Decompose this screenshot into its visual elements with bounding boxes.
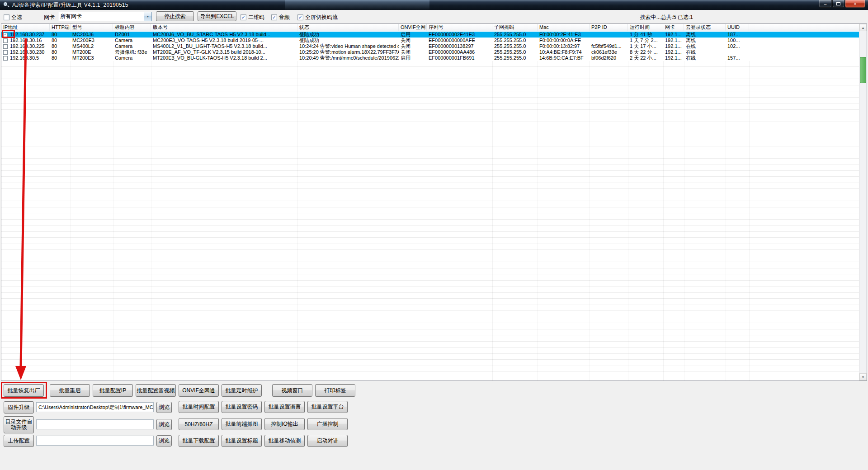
cell: 80 [50, 43, 71, 49]
column-gridline [684, 61, 684, 381]
column-gridline [297, 61, 298, 381]
column-gridline [726, 61, 726, 381]
row-checkbox[interactable] [3, 50, 8, 55]
column-header[interactable]: P2P ID [590, 24, 628, 31]
ip-address: 192.168.30.237 [10, 32, 44, 38]
scrollbar-thumb[interactable] [860, 57, 866, 83]
column-header[interactable]: IP地址 [1, 24, 50, 31]
cell: 10:A4:BE:F8:F9:74 [538, 49, 590, 55]
table-empty-area [1, 61, 859, 381]
firmware-path-input[interactable]: C:\Users\Administrator\Desktop\定制1\firmw… [36, 402, 154, 412]
checkbox-icon[interactable]: ✓ [241, 14, 246, 20]
table-header-row: IP地址HTTP端口型号标题内容版本号状态ONVIF全网通序列号子网掩码MacP… [1, 24, 859, 31]
cell: EF000000002E41E3 [427, 32, 492, 38]
column-header[interactable]: 序列号 [427, 24, 492, 31]
cell: F0:00:00:2E:41:E3 [538, 32, 590, 38]
panel-button[interactable]: 批量配置IP [93, 384, 133, 397]
panel-button[interactable]: ONVIF全网通 [179, 384, 219, 397]
firmware-upgrade-button[interactable]: 固件升级 [4, 401, 34, 414]
browse-button[interactable]: 浏览 [156, 419, 172, 430]
scroll-down-arrow-icon[interactable]: ▼ [859, 373, 867, 381]
column-header[interactable]: ONVIF全网通 [399, 24, 427, 31]
browse-button[interactable]: 浏览 [156, 435, 172, 446]
scroll-up-arrow-icon[interactable]: ▲ [859, 24, 867, 31]
row-checkbox[interactable] [3, 56, 8, 61]
panel-button[interactable]: 批量设置平台 [307, 401, 348, 413]
column-header[interactable] [749, 24, 860, 31]
panel-button[interactable]: 打印标签 [315, 384, 355, 397]
checkbox-icon[interactable]: ✓ [297, 14, 303, 20]
toolbar-checkbox[interactable]: ✓音频 [271, 14, 290, 21]
vertical-scrollbar[interactable]: ▲ ▼ [859, 24, 867, 381]
cell: ck061ef33e [590, 49, 628, 55]
table-row[interactable]: ✓192.168.30.23780MC200J6DZ001MC200J6_VO_… [1, 32, 859, 38]
panel-button[interactable]: 批量重启 [50, 384, 90, 397]
ip-cell: 192.168.30.16 [1, 38, 50, 43]
panel-button[interactable]: 批量配置音视频 [136, 384, 176, 397]
export-excel-button[interactable]: 导出到EXCEL [198, 11, 236, 21]
table-row[interactable]: 192.168.30.23080MT200E云摄像机: f33eMT200E_A… [1, 49, 859, 55]
select-all-checkbox[interactable]: 全选 [4, 14, 22, 21]
factory-reset-button[interactable]: 批量恢复出厂 [4, 384, 44, 397]
column-header[interactable]: 网卡 [663, 24, 684, 31]
maximize-button[interactable] [832, 0, 844, 8]
cell: 10:25:20 告警:motion alarm.18X22.79FF3F7AF… [297, 49, 399, 55]
cell: MC200J6 [71, 32, 113, 38]
cell: 10:24:24 告警:video Human shape detected d… [297, 43, 399, 49]
row-checkbox[interactable] [3, 38, 8, 43]
close-button[interactable]: × [845, 0, 865, 8]
nic-dropdown-value: 所有网卡 [58, 13, 144, 20]
panel-button[interactable]: 批量定时维护 [222, 384, 262, 397]
chevron-down-icon[interactable]: ▼ [144, 12, 151, 21]
panel-button[interactable]: 批量时间配置 [179, 401, 219, 413]
column-header[interactable]: UUID [726, 24, 749, 31]
checkbox-icon[interactable]: ✓ [271, 14, 277, 20]
minimize-button[interactable]: – [819, 0, 832, 8]
column-gridline [749, 61, 750, 381]
row-checkbox[interactable] [3, 44, 8, 49]
column-header[interactable]: 云登录状态 [684, 24, 726, 31]
column-header[interactable]: 标题内容 [113, 24, 151, 31]
title-bar: AJ设备搜索/IP配置/升级工具 V4.1.1_20190515 – × [0, 0, 868, 10]
panel-button[interactable]: 启动对讲 [307, 435, 348, 447]
panel-button[interactable]: 批量设置语言 [264, 401, 305, 413]
column-header[interactable]: Mac [538, 24, 590, 31]
column-header[interactable]: 版本号 [151, 24, 297, 31]
panel-button[interactable]: 50HZ/60HZ [179, 418, 219, 430]
select-all-label: 全选 [11, 14, 22, 21]
panel-button[interactable]: 广播控制 [307, 418, 348, 430]
table-row[interactable]: 192.168.30.580MT200E3CameraMT200E3_VO_BU… [1, 55, 859, 61]
panel-button[interactable]: 批量前端抓图 [222, 418, 262, 430]
column-header[interactable]: 状态 [297, 24, 399, 31]
toolbar-checkbox[interactable]: ✓二维码 [241, 14, 264, 21]
cell: 关闭 [399, 38, 427, 43]
checkbox-icon[interactable] [4, 14, 9, 20]
column-header[interactable]: 运行时间 [628, 24, 663, 31]
upload-config-button[interactable]: 上传配置 [4, 435, 34, 447]
auto-dir-upgrade-button[interactable]: 目录文件自动升级 [4, 416, 34, 433]
column-header[interactable]: HTTP端口 [50, 24, 71, 31]
auto-dir-path-input[interactable] [36, 419, 154, 429]
panel-button[interactable]: 视频窗口 [272, 384, 312, 397]
cell: 192.1... [663, 55, 684, 61]
column-gridline [113, 61, 113, 381]
column-header[interactable]: 子网掩码 [492, 24, 538, 31]
panel-button[interactable]: 批量移动侦测 [264, 435, 305, 447]
upload-config-input[interactable] [36, 436, 154, 446]
panel-button[interactable]: 控制IO输出 [264, 418, 305, 430]
column-gridline [50, 61, 50, 381]
nic-dropdown[interactable]: 所有网卡 ▼ [58, 12, 152, 21]
panel-button[interactable]: 批量设置标题 [222, 435, 262, 447]
stop-search-button[interactable]: 停止搜索 [156, 11, 194, 21]
panel-button[interactable]: 批量下载配置 [179, 435, 219, 447]
cell: MT200E_AF_VO_TF-GLK V2.3.15 build 2018-1… [151, 49, 297, 55]
panel-button[interactable]: 批量设置密码 [222, 401, 262, 413]
table-row[interactable]: 192.168.30.22580MS400L2CameraMS400L2_V1_… [1, 43, 859, 49]
table-row[interactable]: 192.168.30.1680MC200E3CameraMC200E3_VO-T… [1, 38, 859, 43]
toolbar-checkbox[interactable]: ✓全屏切换码流 [297, 14, 338, 21]
row-checkbox[interactable]: ✓ [3, 33, 8, 37]
browse-button[interactable]: 浏览 [156, 402, 172, 413]
column-header[interactable]: 型号 [71, 24, 113, 31]
toolbar: 全选 网卡 所有网卡 ▼ 停止搜索 导出到EXCEL ✓二维码✓音频✓全屏切换码… [0, 10, 868, 24]
column-gridline [663, 61, 664, 381]
